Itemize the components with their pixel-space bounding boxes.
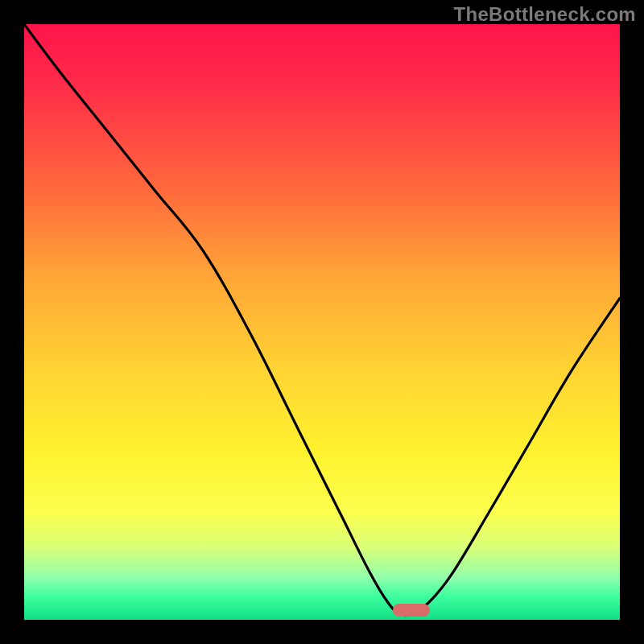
plot-area	[24, 24, 620, 620]
watermark-text: TheBottleneck.com	[454, 3, 636, 26]
curve-path	[24, 24, 620, 616]
optimal-marker	[393, 604, 430, 617]
bottleneck-curve	[24, 24, 620, 620]
chart-frame: TheBottleneck.com	[0, 0, 644, 644]
